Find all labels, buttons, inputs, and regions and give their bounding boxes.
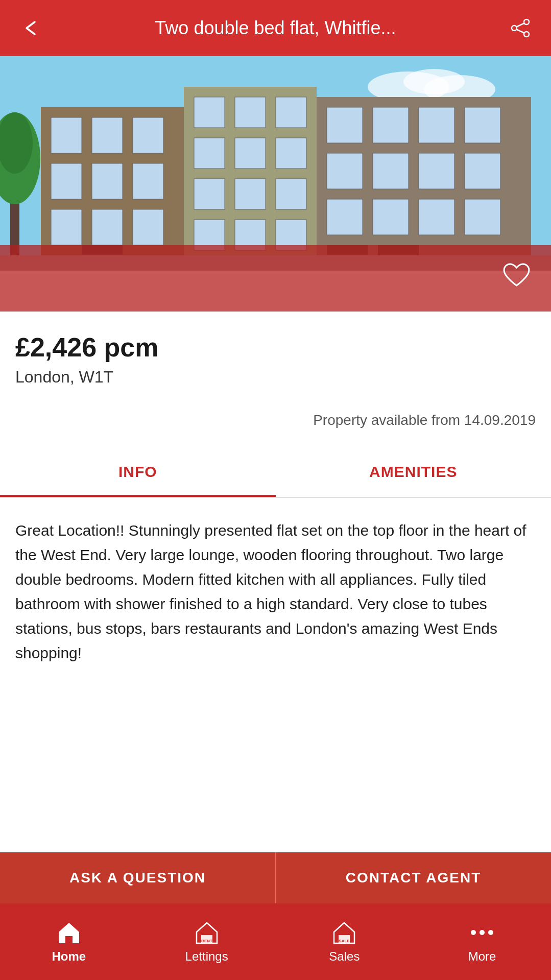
tab-info[interactable]: INFO	[0, 449, 276, 497]
home-icon-container	[54, 920, 84, 945]
bottom-navigation: Home RENT Lettings SALE Sales	[0, 903, 551, 980]
price-section: £2,426 pcm London, W1T	[0, 312, 551, 397]
contact-agent-button[interactable]: CONTACT AGENT	[276, 852, 551, 903]
nav-more[interactable]: More	[413, 920, 551, 964]
svg-rect-24	[194, 97, 225, 128]
svg-rect-30	[194, 179, 225, 209]
nav-more-label: More	[468, 949, 496, 964]
svg-rect-21	[133, 209, 163, 245]
back-button[interactable]	[15, 18, 46, 38]
lettings-icon-container: RENT	[191, 920, 222, 945]
nav-home-label: Home	[52, 949, 86, 964]
svg-point-2	[524, 32, 529, 37]
svg-rect-37	[327, 107, 363, 143]
svg-rect-18	[133, 163, 163, 199]
svg-rect-44	[465, 153, 500, 189]
svg-rect-29	[276, 138, 306, 169]
svg-point-1	[512, 26, 517, 31]
svg-rect-31	[235, 179, 266, 209]
property-location: London, W1T	[15, 368, 536, 387]
action-buttons: ASK A QUESTION CONTACT AGENT	[0, 852, 551, 903]
svg-point-57	[480, 930, 485, 935]
svg-rect-19	[51, 209, 82, 245]
svg-point-0	[524, 19, 529, 25]
svg-rect-47	[419, 199, 454, 235]
property-description: Great Location!! Stunningly presented fl…	[0, 498, 551, 686]
svg-rect-27	[194, 138, 225, 169]
svg-rect-39	[419, 107, 454, 143]
svg-line-3	[517, 23, 524, 27]
nav-lettings[interactable]: RENT Lettings	[138, 920, 276, 964]
svg-text:SALE: SALE	[339, 939, 350, 943]
nav-home[interactable]: Home	[0, 920, 138, 964]
image-overlay	[0, 245, 551, 312]
svg-rect-32	[276, 179, 306, 209]
availability-text: Property available from 14.09.2019	[0, 397, 551, 439]
svg-rect-28	[235, 138, 266, 169]
page-title: Two double bed flat, Whitfie...	[46, 17, 505, 39]
svg-rect-25	[235, 97, 266, 128]
svg-point-58	[488, 930, 493, 935]
svg-rect-16	[51, 163, 82, 199]
svg-point-56	[471, 930, 476, 935]
svg-rect-13	[51, 117, 82, 153]
property-image-container	[0, 56, 551, 312]
svg-rect-48	[465, 199, 500, 235]
nav-sales[interactable]: SALE Sales	[276, 920, 414, 964]
tab-amenities[interactable]: AMENITIES	[276, 449, 552, 497]
svg-rect-14	[92, 117, 123, 153]
svg-rect-15	[133, 117, 163, 153]
svg-rect-20	[92, 209, 123, 245]
svg-rect-40	[465, 107, 500, 143]
svg-rect-46	[373, 199, 409, 235]
property-tabs: INFO AMENITIES	[0, 449, 551, 498]
nav-sales-label: Sales	[329, 949, 360, 964]
favorite-button[interactable]	[502, 262, 531, 294]
property-price: £2,426 pcm	[15, 332, 536, 363]
svg-line-4	[517, 30, 524, 33]
svg-rect-26	[276, 97, 306, 128]
svg-rect-43	[419, 153, 454, 189]
svg-text:RENT: RENT	[201, 939, 212, 943]
property-image	[0, 56, 551, 271]
ask-question-button[interactable]: ASK A QUESTION	[0, 852, 276, 903]
svg-rect-41	[327, 153, 363, 189]
sales-icon-container: SALE	[329, 920, 360, 945]
svg-rect-17	[92, 163, 123, 199]
nav-lettings-label: Lettings	[185, 949, 228, 964]
share-button[interactable]	[505, 18, 536, 38]
more-icon-container	[467, 920, 497, 945]
svg-rect-45	[327, 199, 363, 235]
svg-rect-38	[373, 107, 409, 143]
svg-rect-42	[373, 153, 409, 189]
app-header: Two double bed flat, Whitfie...	[0, 0, 551, 56]
